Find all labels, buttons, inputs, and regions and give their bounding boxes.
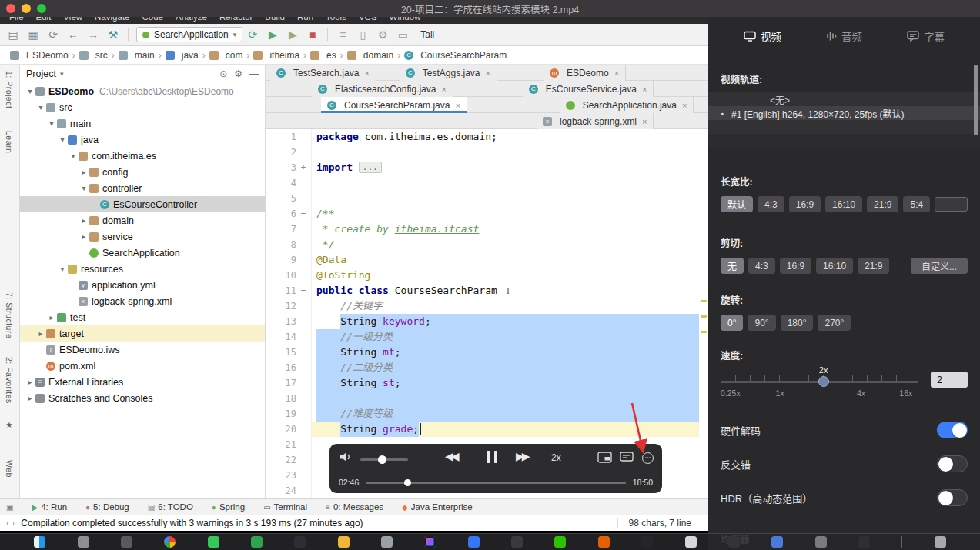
tree-item-esdeomo-iws[interactable]: iESDeomo.iws [20,342,265,358]
rotation-option-90[interactable]: 90° [748,315,775,331]
toggle-hardware-decoding[interactable] [937,422,968,438]
dock-firefox-icon[interactable] [598,536,610,548]
pause-button[interactable] [487,451,497,463]
tool-stripe-2-favorites[interactable]: 2: Favorites [5,357,14,404]
menu-build[interactable]: Build [265,17,285,22]
video-track-row-0[interactable]: <无> [708,92,980,106]
dock-app-green-2-icon[interactable] [251,536,263,548]
close-tab-icon[interactable]: × [682,101,687,110]
breadcrumb-item-coursesearchparam[interactable]: CCourseSearchParam [402,50,509,61]
dock-intellij-idea-icon[interactable] [424,536,436,548]
project-panel-title[interactable]: Project [26,68,56,79]
menu-tools[interactable]: Tools [326,17,346,22]
close-tab-icon[interactable]: × [614,68,619,78]
tree-collapsed-arrow-icon[interactable]: ▸ [46,313,57,322]
code-line-10[interactable]: 10@ToString [266,268,708,283]
tree-expanded-arrow-icon[interactable]: ▾ [57,265,68,273]
open-icon[interactable]: ▤ [6,28,20,41]
build-icon[interactable]: ⚒ [106,28,120,41]
breadcrumb-item-main[interactable]: main [116,50,157,61]
menu-run[interactable]: Run [297,17,313,22]
dock-terminal-icon[interactable] [294,536,306,548]
dock-app-dark-4-icon[interactable] [858,536,870,548]
panel-tab-subtitle[interactable]: 字幕 [907,28,945,44]
locate-file-icon[interactable]: ⊙ [219,68,227,79]
volume-knob[interactable] [378,455,386,464]
video-track-row-1[interactable]: ●#1 [English] h264, 1280×720, 25fps (默认) [708,106,980,120]
rotation-option-0[interactable]: 0° [721,315,743,331]
tree-item-target[interactable]: ▸target [20,325,265,342]
tree-expanded-arrow-icon[interactable]: ▾ [35,103,46,112]
dock-app-blue-1-icon[interactable] [468,536,480,548]
tree-item-searchapplication[interactable]: SearchApplication [20,245,265,261]
close-tab-icon[interactable]: × [642,85,647,94]
code-line-9[interactable]: 9@Data [266,252,708,268]
tree-item-src[interactable]: ▾src [20,99,265,115]
tree-item-domain[interactable]: ▸domain [20,212,265,228]
tree-expanded-arrow-icon[interactable]: ▾ [79,184,89,192]
code-line-5[interactable]: 5 [266,191,708,206]
dock-app-green-1-icon[interactable] [208,536,219,548]
fast-forward-button[interactable]: ▶▶ [516,450,528,462]
volume-icon[interactable] [339,451,354,466]
code-line-2[interactable]: 2 [266,145,708,160]
volume-slider[interactable] [360,458,408,461]
tree-item-test[interactable]: ▸test [20,309,265,325]
close-tab-icon[interactable]: × [642,117,647,126]
code-line-11[interactable]: 11−public class CourseSearchParamI [266,283,708,298]
tool-stripe-7-structure[interactable]: 7: Structure [5,292,14,338]
editor-tab-escourseservice-java[interactable]: CEsCourseService.java× [523,81,654,97]
code-line-19[interactable]: 19 //难度等级 [266,406,708,422]
layout-icon[interactable]: ▯ [356,28,370,41]
run-configuration-dropdown[interactable]: SearchApplication ▾ [136,27,242,42]
code-line-14[interactable]: 14 //一级分类 [266,329,708,345]
menu-file[interactable]: File [9,17,24,22]
progress-bar[interactable] [366,482,625,484]
tree-item-java[interactable]: ▾java [20,132,265,148]
forward-icon[interactable]: → [86,28,100,41]
settings-icon[interactable]: ⚙ [376,28,390,41]
error-stripe[interactable] [699,129,708,498]
statusbar-terminal[interactable]: ▭Terminal [263,502,307,512]
close-tab-icon[interactable]: × [441,85,446,94]
statusbar-6-todo[interactable]: ▤6: TODO [148,502,193,512]
speed-slider-thumb[interactable] [818,376,829,387]
tree-item-com-itheima-es[interactable]: ▾com.itheima.es [20,148,265,164]
stop-icon[interactable]: ■ [306,28,319,41]
breadcrumb-item-src[interactable]: src [77,50,110,61]
tool-windows-icon[interactable]: ▣ [6,503,13,512]
dock-trash-icon[interactable] [935,536,946,548]
save-icon[interactable]: ▦ [26,28,40,41]
statusbar-4-run[interactable]: ▶4: Run [32,502,67,512]
menu-code[interactable]: Code [142,17,163,22]
speed-slider[interactable]: 2x [721,376,918,388]
dock-app-dark-3-icon[interactable] [728,536,740,548]
playback-speed-label[interactable]: 2x [551,452,561,463]
code-line-8[interactable]: 8 */ [266,237,708,252]
code-line-3[interactable]: 3+import ... [266,160,708,175]
editor-tab-elasticsearchconfig-java[interactable]: CElasticsearchConfig.java× [312,81,453,97]
menu-view[interactable]: View [63,17,82,22]
window-titlebar[interactable]: 20-项目二：学成在线站内搜索模块 2.mp4 [0,0,980,17]
tree-collapsed-arrow-icon[interactable]: ▸ [79,216,89,225]
tree-expanded-arrow-icon[interactable]: ▾ [68,152,79,160]
dock-app-gray-1-icon[interactable] [381,536,393,548]
panel-scrollbar[interactable] [974,65,978,135]
dock-textedit-icon[interactable] [685,536,697,548]
breadcrumb-item-es[interactable]: es [308,50,339,61]
coverage-icon[interactable]: ▶ [286,28,299,41]
statusbar-0-messages[interactable]: ≡0: Messages [326,502,383,512]
aspect-option-5-4[interactable]: 5:4 [903,196,930,212]
crop-option-5[interactable]: 自定义... [911,258,968,274]
toggle-hdr[interactable] [937,489,968,506]
breadcrumb-item-com[interactable]: com [207,50,246,61]
close-tab-icon[interactable]: × [455,101,460,110]
menu-vcs[interactable]: VCS [359,17,377,22]
breadcrumb-item-esdeomo[interactable]: ESDeomo [8,50,71,61]
dock-chrome-icon[interactable] [164,536,176,548]
editor-tab-esdeomo[interactable]: mESDeomo× [544,65,626,81]
menu-analyze[interactable]: Analyze [176,17,207,22]
menu-navigate[interactable]: Navigate [95,17,129,22]
video-track-row-3[interactable] [708,134,980,148]
panel-tab-audio[interactable]: 音频 [826,28,862,44]
